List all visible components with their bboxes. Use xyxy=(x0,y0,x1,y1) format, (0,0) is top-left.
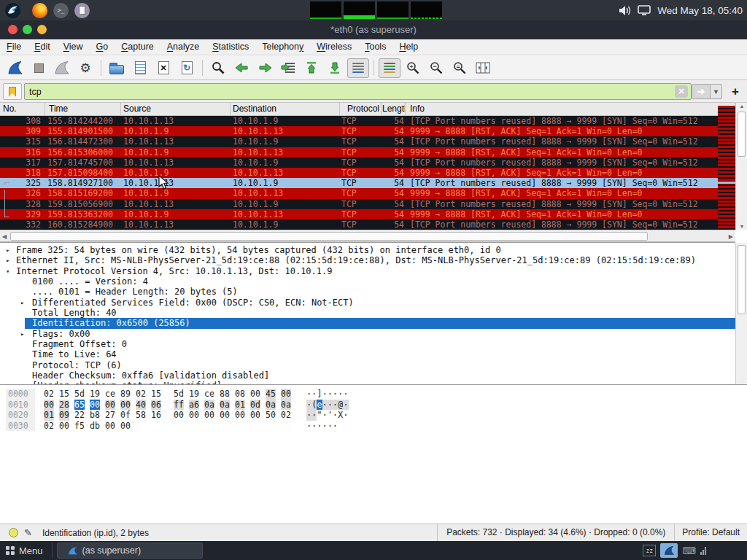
restart-capture-icon[interactable] xyxy=(51,58,73,78)
distro-logo-icon[interactable] xyxy=(5,3,20,18)
detail-line[interactable]: Identification: 0x6500 (25856) xyxy=(0,318,735,328)
packet-row[interactable]: 316156.81530600010.10.1.910.10.1.13TCP54… xyxy=(0,147,735,158)
expanded-arrow-icon[interactable]: ▾ xyxy=(6,266,9,276)
packet-row[interactable]: 325158.81492710010.10.1.1310.10.1.9TCP54… xyxy=(0,178,735,188)
zoom-original-icon[interactable]: = xyxy=(449,58,471,78)
display-filter-input[interactable] xyxy=(24,83,692,100)
filter-clear-icon[interactable]: ✕ xyxy=(675,85,688,98)
filter-bookmark-button[interactable] xyxy=(3,83,22,100)
column-header-destination[interactable]: Destination xyxy=(231,103,340,116)
taskbar-window-button[interactable]: (as superuser) xyxy=(57,542,203,559)
scroll-thumb[interactable] xyxy=(738,112,746,157)
column-header-info[interactable]: Info xyxy=(406,103,735,116)
terminal-icon[interactable]: >_ xyxy=(53,3,69,18)
files-icon[interactable] xyxy=(74,3,90,18)
packet-list-vscrollbar[interactable]: ▲ ▼ xyxy=(735,103,747,230)
find-packet-icon[interactable] xyxy=(207,58,229,78)
go-last-packet-icon[interactable] xyxy=(324,58,346,78)
detail-line[interactable]: ▸Differentiated Services Field: 0x00 (DS… xyxy=(0,298,735,308)
filter-add-button[interactable]: + xyxy=(728,83,743,100)
column-header-time[interactable]: Time xyxy=(45,103,121,116)
save-file-icon[interactable] xyxy=(129,58,151,78)
collapsed-arrow-icon[interactable]: ▸ xyxy=(6,245,9,255)
column-header-protocol[interactable]: Protocol xyxy=(340,103,382,116)
monitor-graph[interactable] xyxy=(344,1,375,19)
packet-row[interactable]: 332160.81528490010.10.1.1310.10.1.9TCP54… xyxy=(0,219,735,230)
go-back-icon[interactable] xyxy=(231,58,252,78)
menu-capture[interactable]: Capture xyxy=(115,39,160,55)
hex-row[interactable]: 00300200f5db0000······ xyxy=(0,421,747,432)
packet-row[interactable]: 326158.81516920010.10.1.910.10.1.13TCP54… xyxy=(0,188,735,198)
auto-scroll-icon[interactable] xyxy=(347,58,369,78)
capture-options-icon[interactable]: ⚙ xyxy=(74,58,96,78)
details-vscrollbar[interactable] xyxy=(735,243,747,384)
go-to-packet-icon[interactable] xyxy=(277,58,299,78)
collapsed-arrow-icon[interactable]: ▸ xyxy=(20,329,24,339)
packet-row[interactable]: 308155.81424420010.10.1.1310.10.1.9TCP54… xyxy=(0,116,735,126)
keyboard-tray-icon[interactable]: ⌨ xyxy=(682,545,696,556)
monitor-graph[interactable] xyxy=(377,1,409,19)
panel-clock[interactable]: Wed May 18, 05:40 xyxy=(657,5,743,16)
scroll-up-icon[interactable]: ▲ xyxy=(736,104,747,109)
intelligent-scrollbar-minimap[interactable] xyxy=(718,106,735,230)
packet-row[interactable]: 309155.81490150010.10.1.910.10.1.13TCP54… xyxy=(0,126,735,136)
wireshark-tray-icon[interactable] xyxy=(660,543,678,558)
volume-icon[interactable] xyxy=(619,5,631,16)
zoom-in-icon[interactable]: + xyxy=(402,58,424,78)
collapsed-arrow-icon[interactable]: ▸ xyxy=(20,298,24,308)
system-monitor-graphs[interactable] xyxy=(310,1,442,19)
filter-dropdown-icon[interactable]: ▼ xyxy=(711,84,722,99)
capture-comment-icon[interactable]: ✎ xyxy=(24,527,32,538)
menu-tools[interactable]: Tools xyxy=(358,39,392,55)
menu-help[interactable]: Help xyxy=(392,39,425,55)
menu-wireless[interactable]: Wireless xyxy=(310,39,358,55)
hex-row[interactable]: 000002155d19ce8902155d19ce8808004500··]·… xyxy=(0,389,747,400)
profile-text[interactable]: Profile: Default xyxy=(674,524,747,542)
detail-line[interactable]: ▾Internet Protocol Version 4, Src: 10.10… xyxy=(0,266,735,276)
menu-file[interactable]: File xyxy=(0,39,28,55)
reload-file-icon[interactable]: ↻ xyxy=(176,58,198,78)
detail-line[interactable]: ▸Frame 325: 54 bytes on wire (432 bits),… xyxy=(0,245,735,255)
menu-go[interactable]: Go xyxy=(90,39,115,55)
detail-line[interactable]: ▸Flags: 0x00 xyxy=(0,329,735,339)
hex-row[interactable]: 00100028650000004006ffa60a0a010d0a0a·(e·… xyxy=(0,400,747,411)
filter-apply-icon[interactable]: ➜ xyxy=(692,84,711,99)
scroll-down-icon[interactable]: ▼ xyxy=(736,224,747,229)
detail-line[interactable]: Total Length: 40 xyxy=(0,308,735,318)
firefox-icon[interactable] xyxy=(32,3,47,18)
column-header-length[interactable]: Length xyxy=(382,103,406,116)
column-header-source[interactable]: Source xyxy=(121,103,231,116)
stop-capture-icon[interactable] xyxy=(28,58,50,78)
detail-line[interactable]: Protocol: TCP (6) xyxy=(0,360,735,370)
sleep-inhibit-tray-icon[interactable]: zz xyxy=(643,545,656,556)
monitor-graph[interactable] xyxy=(411,1,442,19)
detail-line[interactable]: 0100 .... = Version: 4 xyxy=(0,276,735,287)
packet-row[interactable]: 318157.81509840010.10.1.910.10.1.13TCP54… xyxy=(0,168,735,178)
packet-row[interactable]: 329159.81536320010.10.1.910.10.1.13TCP54… xyxy=(0,209,735,219)
menu-edit[interactable]: Edit xyxy=(28,39,57,55)
menu-view[interactable]: View xyxy=(57,39,90,55)
detail-line[interactable]: ▸Ethernet II, Src: MS-NLB-PhysServer-21_… xyxy=(0,255,735,265)
close-file-icon[interactable]: ✕ xyxy=(152,58,174,78)
collapsed-arrow-icon[interactable]: ▸ xyxy=(6,255,9,265)
monitor-graph[interactable] xyxy=(310,1,341,19)
packet-list-hscrollbar[interactable]: ◀ ▶ xyxy=(0,230,735,242)
packet-row[interactable]: 328159.81505690010.10.1.1310.10.1.9TCP54… xyxy=(0,199,735,209)
scroll-right-icon[interactable]: ▶ xyxy=(729,232,733,241)
menu-statistics[interactable]: Statistics xyxy=(206,39,255,55)
packet-row[interactable]: 315156.81447230010.10.1.1310.10.1.9TCP54… xyxy=(0,136,735,147)
expert-info-icon[interactable] xyxy=(9,528,18,537)
detail-line[interactable]: .... 0101 = Header Length: 20 bytes (5) xyxy=(0,287,735,297)
detail-line[interactable]: Fragment Offset: 0 xyxy=(0,339,735,349)
open-file-icon[interactable] xyxy=(106,58,128,78)
taskbar-menu-button[interactable]: Menu xyxy=(0,541,52,560)
scroll-thumb[interactable] xyxy=(738,245,746,314)
hex-row[interactable]: 0020010922b8270f58160000000000005002··"·… xyxy=(0,410,747,421)
detail-line[interactable]: Header Checksum: 0xffa6 [validation disa… xyxy=(0,370,735,381)
display-icon[interactable] xyxy=(638,5,651,16)
network-tray-icon[interactable] xyxy=(700,547,706,555)
menu-telephony[interactable]: Telephony xyxy=(255,39,310,55)
column-header-no[interactable]: No. xyxy=(0,103,45,116)
resize-columns-icon[interactable] xyxy=(472,58,494,78)
start-capture-icon[interactable] xyxy=(4,58,26,78)
